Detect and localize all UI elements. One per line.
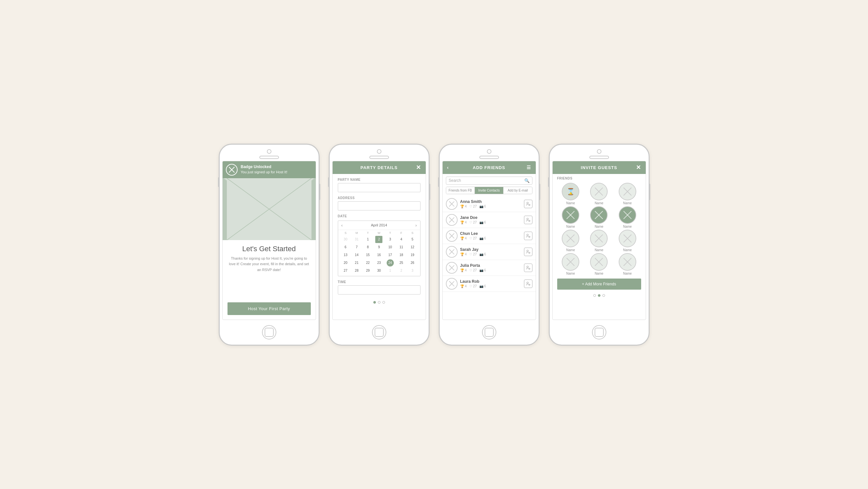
friend-stats: 🏆 4 ♡ 27 📷 6 <box>460 284 521 288</box>
add-more-friends-button[interactable]: + Add More Friends <box>557 279 641 290</box>
friend-stats: 🏆 4 ♡ 27 📷 6 <box>460 268 521 272</box>
friend-row: Jane Doe 🏆 4 ♡ 27 📷 6 <box>443 212 536 228</box>
party-details-close[interactable]: ✕ <box>416 165 421 170</box>
cal-cell[interactable]: 10 <box>386 244 394 251</box>
avatar-circle[interactable] <box>619 183 636 200</box>
dot-3 <box>382 301 385 304</box>
add-friend-button[interactable] <box>524 200 532 208</box>
add-friend-button[interactable] <box>524 264 532 272</box>
cal-cell[interactable]: 22 <box>364 259 371 266</box>
avatar-circle[interactable] <box>619 253 636 271</box>
cal-cell[interactable]: 30 <box>342 236 349 243</box>
avatar-circle[interactable] <box>590 253 608 271</box>
cal-cell[interactable]: 17 <box>386 252 394 259</box>
cal-cell-highlighted[interactable]: 2 <box>375 236 382 243</box>
cal-cell[interactable]: 1 <box>364 236 371 243</box>
cal-prev[interactable]: ‹ <box>341 223 343 228</box>
host-party-button[interactable]: Host Your First Party <box>227 302 311 315</box>
cal-cell[interactable]: 13 <box>342 252 349 259</box>
dot-4-1 <box>593 294 596 297</box>
time-input[interactable] <box>338 285 421 294</box>
cal-cell[interactable]: 18 <box>398 252 405 259</box>
cal-cell[interactable]: 12 <box>409 244 416 251</box>
add-friend-button[interactable] <box>524 216 532 224</box>
cal-cell[interactable]: 19 <box>409 252 416 259</box>
tab-friends-fb[interactable]: Friends from FB <box>446 187 475 194</box>
avatar-name: Name <box>566 248 575 252</box>
avatar-circle-selected[interactable] <box>590 206 608 224</box>
cal-cell[interactable]: 31 <box>353 236 360 243</box>
search-bar[interactable]: Search 🔍 <box>446 177 532 185</box>
search-input[interactable]: Search <box>449 178 522 183</box>
friend-avatar-jane <box>446 214 458 226</box>
cal-cell[interactable]: 16 <box>375 252 382 259</box>
tab-invite-contacts[interactable]: Invite Contacts <box>475 187 503 194</box>
cal-cell[interactable]: 25 <box>398 259 405 266</box>
add-friend-button[interactable] <box>524 280 532 288</box>
home-button-3[interactable] <box>482 325 496 340</box>
photo-count: 📷 6 <box>479 221 486 224</box>
cal-cell[interactable]: 9 <box>375 244 382 251</box>
invite-guests-close[interactable]: ✕ <box>636 165 641 170</box>
home-button-1[interactable] <box>262 325 276 340</box>
friend-row: Chun Lee 🏆 4 ♡ 27 📷 6 <box>443 228 536 244</box>
address-input[interactable] <box>338 201 421 210</box>
avatar-circle[interactable] <box>562 230 579 247</box>
cal-cell[interactable]: 29 <box>364 267 371 274</box>
friend-row: Laura Rob 🏆 4 ♡ 27 📷 6 <box>443 276 536 292</box>
avatar-circle[interactable] <box>590 183 608 200</box>
phone-top-2 <box>330 145 429 159</box>
avatar-circle-selected[interactable] <box>562 206 579 224</box>
friends-tabs: Friends from FB Invite Contacts Add by E… <box>446 187 532 194</box>
time-label: TIME <box>338 280 421 284</box>
cal-cell[interactable]: 3 <box>409 267 416 274</box>
cal-cell[interactable]: 3 <box>386 236 394 243</box>
avatar-name: Name <box>623 225 632 228</box>
cal-cell[interactable]: 21 <box>353 259 360 266</box>
avatar-name: Name <box>595 225 603 228</box>
cal-cell[interactable]: 15 <box>364 252 371 259</box>
dot-4-3 <box>602 294 605 297</box>
power-button-4 <box>649 184 650 200</box>
cal-cell[interactable]: 7 <box>353 244 360 251</box>
avatar-circle-selected[interactable] <box>619 206 636 224</box>
cal-cell[interactable]: 27 <box>342 267 349 274</box>
add-friend-button[interactable] <box>524 248 532 256</box>
tab-add-email[interactable]: Add by E-mail <box>503 187 532 194</box>
party-name-input[interactable] <box>338 183 421 192</box>
screen3-content: ‹ ADD FRIENDS ☰ Search 🔍 Friends from FB… <box>443 161 536 320</box>
calendar: ‹ April 2014 › S M T W T F <box>338 221 421 276</box>
cal-cell[interactable]: 28 <box>353 267 360 274</box>
filter-icon[interactable]: ☰ <box>527 165 531 170</box>
cal-cell[interactable]: 11 <box>398 244 405 251</box>
avatar-circle[interactable] <box>562 253 579 271</box>
cal-cell[interactable]: 1 <box>386 267 394 274</box>
cal-cell-today[interactable]: 24 <box>386 259 394 266</box>
friend-avatar-sarah <box>446 246 458 258</box>
friend-name: Sarah Jay <box>460 247 521 252</box>
cal-cell[interactable]: 6 <box>342 244 349 251</box>
cal-cell[interactable]: 26 <box>409 259 416 266</box>
add-friend-button[interactable] <box>524 232 532 240</box>
cal-cell[interactable]: 14 <box>353 252 360 259</box>
avatar-circle[interactable]: ⌛ <box>562 183 579 200</box>
cal-cell[interactable]: 2 <box>398 267 405 274</box>
friend-name: Chun Lee <box>460 231 521 236</box>
cal-cell[interactable]: 8 <box>364 244 371 251</box>
avatar-name: Name <box>595 248 603 252</box>
cal-cell[interactable]: 4 <box>398 236 405 243</box>
avatar-item: Name <box>614 206 641 228</box>
phone-3: ‹ ADD FRIENDS ☰ Search 🔍 Friends from FB… <box>439 144 539 346</box>
avatar-circle[interactable] <box>619 230 636 247</box>
cal-next[interactable]: › <box>415 223 416 228</box>
home-button-4[interactable] <box>592 325 606 340</box>
home-button-2[interactable] <box>372 325 386 340</box>
cal-cell[interactable]: 23 <box>375 259 382 266</box>
party-details-body: PARTY NAME ADDRESS DATE ‹ April 2014 › <box>333 174 426 320</box>
cal-cell[interactable]: 20 <box>342 259 349 266</box>
add-friends-back[interactable]: ‹ <box>447 165 449 170</box>
phone-top-1 <box>220 145 319 159</box>
avatar-circle[interactable] <box>590 230 608 247</box>
cal-cell[interactable]: 5 <box>409 236 416 243</box>
cal-cell[interactable]: 30 <box>375 267 382 274</box>
